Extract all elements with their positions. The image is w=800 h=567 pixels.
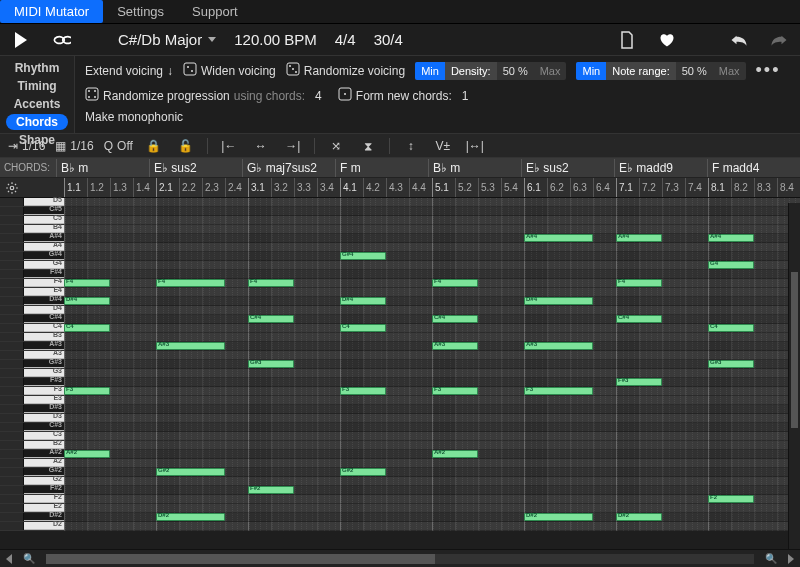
midi-note[interactable]: A#2 xyxy=(64,450,110,458)
midi-note[interactable]: F4 xyxy=(64,279,110,287)
sidebar-item-timing[interactable]: Timing xyxy=(17,78,56,94)
midi-note[interactable]: F2 xyxy=(708,495,754,503)
midi-note[interactable]: F4 xyxy=(432,279,478,287)
randomize-voicing-button[interactable]: Randomize voicing xyxy=(286,62,405,79)
tab-support[interactable]: Support xyxy=(178,0,252,23)
shuffle-icon[interactable]: ⤨ xyxy=(325,135,347,157)
undo-button[interactable] xyxy=(728,29,750,51)
midi-note[interactable]: G4 xyxy=(708,261,754,269)
midi-note[interactable]: F4 xyxy=(248,279,294,287)
midi-note[interactable]: G#4 xyxy=(340,252,386,260)
lock-icon[interactable]: 🔒 xyxy=(143,135,165,157)
file-icon[interactable] xyxy=(616,29,638,51)
midi-note[interactable]: C#4 xyxy=(616,315,662,323)
zoom-in-icon[interactable]: 🔍 xyxy=(760,548,782,568)
midi-note[interactable]: C4 xyxy=(340,324,386,332)
form-new-chords-button[interactable]: Form new chords: 1 xyxy=(338,87,475,104)
piano-roll: D5C#5C5B4A#4A4G#4G4F#4F4E4D#4D4C#4C4B3A#… xyxy=(0,198,800,531)
chord-cell[interactable]: F madd4 xyxy=(707,159,800,177)
redo-button[interactable] xyxy=(768,29,790,51)
sidebar-item-accents[interactable]: Accents xyxy=(14,96,61,112)
midi-note[interactable]: F3 xyxy=(64,387,110,395)
midi-note[interactable]: C4 xyxy=(64,324,110,332)
zoom-out-icon[interactable]: 🔍 xyxy=(18,548,40,568)
midi-note[interactable]: F#3 xyxy=(616,378,662,386)
midi-note[interactable]: A#2 xyxy=(432,450,478,458)
quantize-off[interactable]: Q Off xyxy=(104,139,133,153)
midi-note[interactable]: D#2 xyxy=(616,513,662,521)
midi-note[interactable]: A#4 xyxy=(708,234,754,242)
length-icon[interactable]: |↔| xyxy=(464,135,486,157)
key-select[interactable]: C#/Db Major xyxy=(118,31,216,48)
chord-cell[interactable]: G♭ maj7sus2 xyxy=(242,159,335,177)
tab-settings[interactable]: Settings xyxy=(103,0,178,23)
midi-note[interactable]: G#2 xyxy=(156,468,225,476)
midi-note[interactable]: F3 xyxy=(340,387,386,395)
more-options-button[interactable]: ••• xyxy=(756,60,781,81)
chord-cell[interactable]: F m xyxy=(335,159,428,177)
midi-note[interactable]: D#2 xyxy=(156,513,225,521)
midi-note[interactable]: C4 xyxy=(708,324,754,332)
midi-note[interactable]: F3 xyxy=(432,387,478,395)
align-right-icon[interactable]: →| xyxy=(282,135,304,157)
unlock-icon[interactable]: 🔓 xyxy=(175,135,197,157)
midi-note[interactable]: F4 xyxy=(156,279,225,287)
extend-voicing-button[interactable]: Extend voicing ↓ xyxy=(85,64,173,78)
tab-midi-mutator[interactable]: MIDI Mutator xyxy=(0,0,103,23)
hourglass-icon[interactable]: ⧗ xyxy=(357,135,379,157)
timesig-display[interactable]: 4/4 xyxy=(335,31,356,48)
note-grid[interactable]: F4D#4C4F3A#2F4A#3G#2D#2F4C#4G#3F#2G#4D#4… xyxy=(64,198,800,531)
widen-voicing-button[interactable]: Widen voicing xyxy=(183,62,276,79)
chord-cell[interactable]: E♭ sus2 xyxy=(521,159,614,177)
piano-key[interactable]: D2 xyxy=(24,522,64,530)
chord-cell[interactable]: E♭ madd9 xyxy=(614,159,707,177)
gear-button[interactable] xyxy=(0,178,24,197)
vertical-scrollbar[interactable] xyxy=(788,203,800,549)
chord-cell[interactable]: B♭ m xyxy=(56,159,149,177)
snap-b[interactable]: ▦ 1/16 xyxy=(55,139,93,153)
transpose-icon[interactable]: ↕ xyxy=(400,135,422,157)
midi-note[interactable]: A#3 xyxy=(524,342,593,350)
midi-note[interactable]: A#3 xyxy=(156,342,225,350)
midi-note[interactable]: D#4 xyxy=(524,297,593,305)
heart-icon[interactable] xyxy=(656,29,678,51)
sidebar-item-rhythm[interactable]: Rhythm xyxy=(15,60,60,76)
note-range-slider[interactable]: Min Note range: 50 % Max xyxy=(576,62,745,80)
snap-a[interactable]: ⇥ 1/16 xyxy=(8,139,45,153)
midi-note[interactable]: G#3 xyxy=(708,360,754,368)
form-new-chords-count[interactable]: 1 xyxy=(456,89,475,103)
midi-note[interactable]: F#2 xyxy=(248,486,294,494)
midi-note[interactable]: C#4 xyxy=(432,315,478,323)
randomize-progression-count[interactable]: 4 xyxy=(309,89,328,103)
make-monophonic-button[interactable]: Make monophonic xyxy=(85,110,183,124)
midi-note[interactable]: F3 xyxy=(524,387,593,395)
piano-keyboard[interactable]: D5C#5C5B4A#4A4G#4G4F#4F4E4D#4D4C#4C4B3A#… xyxy=(0,198,64,531)
snap-icon: ⇥ xyxy=(8,139,18,153)
align-left-icon[interactable]: |← xyxy=(218,135,240,157)
chord-cell[interactable]: B♭ m xyxy=(428,159,521,177)
midi-note[interactable]: A#4 xyxy=(524,234,593,242)
align-center-icon[interactable]: ↔ xyxy=(250,135,272,157)
time-ruler[interactable]: 1.11.21.31.42.12.22.32.43.13.23.33.44.14… xyxy=(64,178,800,197)
scroll-right-button[interactable] xyxy=(788,554,794,564)
velocity-icon[interactable]: V± xyxy=(432,135,454,157)
chord-cell[interactable]: E♭ sus2 xyxy=(149,159,242,177)
density-slider[interactable]: Min Density: 50 % Max xyxy=(415,62,566,80)
midi-note[interactable]: D#2 xyxy=(524,513,593,521)
midi-note[interactable]: D#4 xyxy=(340,297,386,305)
midi-note[interactable]: G#2 xyxy=(340,468,386,476)
sidebar-item-chords[interactable]: Chords xyxy=(6,114,68,130)
randomize-progression-button[interactable]: Randomize progression using chords: 4 xyxy=(85,87,328,104)
midi-note[interactable]: A#4 xyxy=(616,234,662,242)
play-button[interactable] xyxy=(10,29,32,51)
midi-note[interactable]: G#3 xyxy=(248,360,294,368)
position-display[interactable]: 30/4 xyxy=(374,31,403,48)
midi-note[interactable]: D#4 xyxy=(64,297,110,305)
midi-note[interactable]: A#3 xyxy=(432,342,478,350)
loop-button[interactable] xyxy=(50,29,72,51)
horizontal-scrollbar[interactable] xyxy=(46,554,754,564)
midi-note[interactable]: C#4 xyxy=(248,315,294,323)
midi-note[interactable]: F4 xyxy=(616,279,662,287)
scroll-left-button[interactable] xyxy=(6,554,12,564)
bpm-display[interactable]: 120.00 BPM xyxy=(234,31,317,48)
